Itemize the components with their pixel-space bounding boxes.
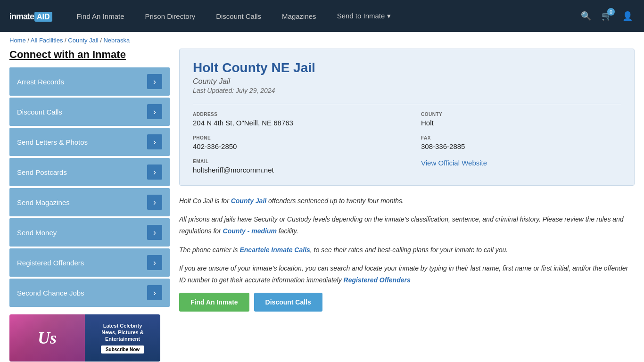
arrow-icon: ›: [147, 285, 162, 300]
desc-p4: If you are unsure of your inmate’s locat…: [179, 263, 635, 286]
ad-tagline1: Latest Celebrity: [103, 323, 142, 329]
arrow-icon: ›: [147, 165, 162, 180]
logo[interactable]: inmateAID: [9, 11, 52, 22]
sidebar-label: Send Postcards: [17, 168, 67, 176]
nav-send-to-inmate[interactable]: Send to Inmate ▾: [327, 0, 401, 32]
arrow-icon: ›: [147, 134, 162, 149]
phone-value: 402-336-2850: [193, 142, 393, 150]
sidebar-label: Discount Calls: [17, 108, 62, 116]
sidebar-item-arrest-records[interactable]: Arrest Records ›: [9, 67, 170, 96]
ad-banner[interactable]: Us Latest Celebrity News, Pictures & Ent…: [9, 314, 160, 362]
sidebar-label: Send Magazines: [17, 198, 70, 206]
breadcrumb-state[interactable]: Nebraska: [103, 37, 130, 44]
user-account-button[interactable]: 👤: [620, 9, 635, 23]
arrow-icon: ›: [147, 74, 162, 89]
sidebar-label: Send Money: [17, 229, 57, 237]
county-jail-link[interactable]: County Jail: [231, 197, 266, 205]
website-link[interactable]: View Official Website: [421, 159, 487, 167]
main-nav: Find An Inmate Prison Directory Discount…: [66, 0, 579, 32]
ad-tagline2: News, Pictures &: [101, 329, 143, 335]
sidebar-item-send-money[interactable]: Send Money ›: [9, 218, 170, 247]
nav-prison-directory[interactable]: Prison Directory: [135, 0, 206, 32]
content-area: Holt County NE Jail County Jail Last Upd…: [179, 49, 635, 362]
ad-subscribe-btn[interactable]: Subscribe Now: [101, 346, 144, 354]
desc-p3: The phone carrier is Encartele Inmate Ca…: [179, 244, 635, 256]
sidebar-item-registered-offenders[interactable]: Registered Offenders ›: [9, 248, 170, 277]
sidebar-item-send-magazines[interactable]: Send Magazines ›: [9, 188, 170, 216]
action-buttons: Find An Inmate Discount Calls: [179, 293, 635, 312]
arrow-icon: ›: [147, 225, 162, 240]
fax-label: FAX: [421, 135, 621, 140]
county-label: COUNTY: [421, 112, 621, 117]
registered-offenders-link[interactable]: Registered Offenders: [344, 276, 411, 284]
sidebar-label: Registered Offenders: [17, 259, 84, 267]
ad-brand-logo: Us: [38, 328, 57, 348]
breadcrumb-county-jail[interactable]: County Jail: [68, 37, 98, 44]
ad-tagline3: Entertainment: [105, 336, 140, 342]
email-value: holtsheriff@morcomm.net: [193, 166, 393, 174]
facility-type: County Jail: [193, 77, 621, 86]
breadcrumb: Home / All Facilities / County Jail / Ne…: [0, 32, 644, 49]
sidebar-title: Connect with an Inmate: [9, 49, 170, 61]
facility-card: Holt County NE Jail County Jail Last Upd…: [179, 49, 635, 186]
arrow-icon: ›: [147, 255, 162, 270]
desc-p2-end: facility.: [277, 227, 298, 235]
sidebar-item-send-postcards[interactable]: Send Postcards ›: [9, 158, 170, 186]
desc-p3-text: The phone carrier is: [179, 246, 239, 254]
sidebar: Connect with an Inmate Arrest Records › …: [9, 49, 170, 362]
sidebar-item-second-chance-jobs[interactable]: Second Chance Jobs ›: [9, 279, 170, 307]
address-label: ADDRESS: [193, 112, 393, 117]
breadcrumb-home[interactable]: Home: [9, 37, 26, 44]
desc-p2: All prisons and jails have Security or C…: [179, 214, 635, 237]
cart-container[interactable]: 🛒 0: [602, 11, 612, 21]
county-medium-link[interactable]: County - medium: [223, 227, 277, 235]
logo-text: inmateAID: [9, 11, 52, 22]
find-inmate-button[interactable]: Find An Inmate: [179, 293, 249, 312]
county-value: Holt: [421, 119, 621, 127]
sidebar-label: Second Chance Jobs: [17, 289, 84, 297]
facility-title: Holt County NE Jail: [193, 60, 621, 75]
fax-value: 308-336-2885: [421, 142, 621, 150]
sidebar-menu: Arrest Records › Discount Calls › Send L…: [9, 67, 170, 307]
nav-magazines[interactable]: Magazines: [272, 0, 327, 32]
sidebar-label: Send Letters & Photos: [17, 138, 88, 146]
facility-updated: Last Updated: July 29, 2024: [193, 87, 621, 94]
search-button[interactable]: 🔍: [579, 9, 593, 23]
facility-description: Holt Co Jail is for County Jail offender…: [179, 195, 635, 312]
desc-p3-end: , to see their rates and best-calling pl…: [310, 246, 508, 254]
header-icons: 🔍 🛒 0 👤: [579, 9, 635, 23]
arrow-icon: ›: [147, 104, 162, 119]
phone-label: PHONE: [193, 135, 393, 140]
sidebar-item-send-letters[interactable]: Send Letters & Photos ›: [9, 128, 170, 156]
ad-text-area: Latest Celebrity News, Pictures & Entert…: [85, 314, 160, 362]
address-value: 204 N 4th St, O"Neill, NE 68763: [193, 119, 393, 127]
site-header: inmateAID Find An Inmate Prison Director…: [0, 0, 644, 32]
sidebar-item-discount-calls[interactable]: Discount Calls ›: [9, 98, 170, 126]
info-col-right: COUNTY Holt FAX 308-336-2885 View Offici…: [407, 112, 621, 174]
main-layout: Connect with an Inmate Arrest Records › …: [0, 49, 644, 362]
desc-p1-end: offenders sentenced up to twenty four mo…: [266, 197, 404, 205]
logo-aid-box: AID: [34, 12, 52, 22]
arrow-icon: ›: [147, 195, 162, 210]
ad-image-area: Us: [9, 314, 85, 362]
breadcrumb-all-facilities[interactable]: All Facilities: [31, 37, 63, 44]
discount-calls-button[interactable]: Discount Calls: [254, 293, 322, 312]
cart-count-badge: 0: [607, 8, 615, 16]
info-col-left: ADDRESS 204 N 4th St, O"Neill, NE 68763 …: [193, 112, 407, 174]
email-label: EMAIL: [193, 159, 393, 164]
desc-p1: Holt Co Jail is for County Jail offender…: [179, 195, 635, 207]
sidebar-label: Arrest Records: [17, 78, 64, 86]
encartele-link[interactable]: Encartele Inmate Calls: [239, 246, 310, 254]
nav-find-inmate[interactable]: Find An Inmate: [66, 0, 135, 32]
desc-p1-plain: Holt Co Jail is for: [179, 197, 231, 205]
nav-discount-calls[interactable]: Discount Calls: [206, 0, 272, 32]
facility-info-grid: ADDRESS 204 N 4th St, O"Neill, NE 68763 …: [193, 104, 621, 174]
